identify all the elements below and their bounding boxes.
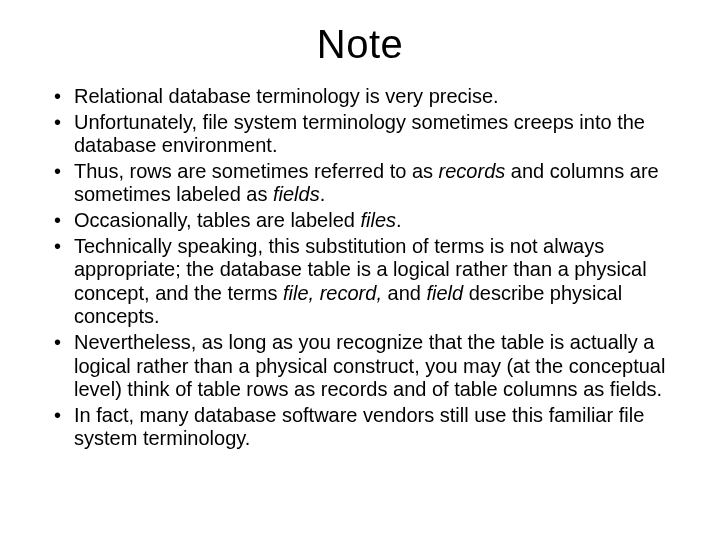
bullet-text: . (320, 183, 326, 205)
list-item: Nevertheless, as long as you recognize t… (54, 331, 676, 402)
bullet-text: Occasionally, tables are labeled (74, 209, 360, 231)
list-item: Relational database terminology is very … (54, 85, 676, 109)
italic-term: fields (273, 183, 320, 205)
italic-term: records (439, 160, 506, 182)
bullet-text: Nevertheless, as long as you recognize t… (74, 331, 665, 400)
bullet-text: Thus, rows are sometimes referred to as (74, 160, 439, 182)
bullet-list: Relational database terminology is very … (36, 85, 684, 451)
italic-term: file, record, (283, 282, 382, 304)
bullet-text: Unfortunately, file system terminology s… (74, 111, 645, 157)
italic-term: files (360, 209, 396, 231)
slide: Note Relational database terminology is … (0, 0, 720, 540)
bullet-text: . (396, 209, 402, 231)
list-item: Unfortunately, file system terminology s… (54, 111, 676, 158)
italic-term: field (426, 282, 463, 304)
bullet-text: Relational database terminology is very … (74, 85, 499, 107)
bullet-text: and (382, 282, 426, 304)
list-item: Thus, rows are sometimes referred to as … (54, 160, 676, 207)
list-item: Occasionally, tables are labeled files. (54, 209, 676, 233)
bullet-text: In fact, many database software vendors … (74, 404, 644, 450)
slide-title: Note (36, 22, 684, 67)
list-item: In fact, many database software vendors … (54, 404, 676, 451)
list-item: Technically speaking, this substitution … (54, 235, 676, 329)
